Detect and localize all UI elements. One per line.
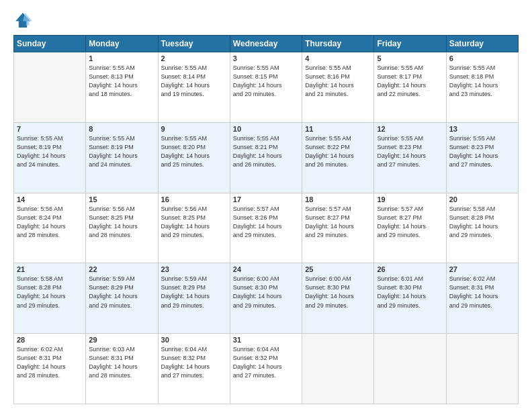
day-header-thursday: Thursday: [302, 36, 374, 52]
day-cell: 22Sunrise: 5:59 AMSunset: 8:29 PMDayligh…: [86, 263, 158, 334]
day-info: Sunrise: 6:02 AMSunset: 8:31 PMDaylight:…: [449, 275, 515, 310]
day-info: Sunrise: 5:57 AMSunset: 8:27 PMDaylight:…: [305, 205, 371, 240]
day-info: Sunrise: 5:55 AMSunset: 8:23 PMDaylight:…: [377, 134, 443, 169]
day-cell: 13Sunrise: 5:55 AMSunset: 8:23 PMDayligh…: [446, 122, 518, 193]
day-info: Sunrise: 6:03 AMSunset: 8:31 PMDaylight:…: [89, 345, 154, 380]
day-number: 17: [233, 195, 299, 203]
day-cell: 14Sunrise: 5:56 AMSunset: 8:24 PMDayligh…: [14, 193, 86, 263]
day-number: 5: [377, 54, 443, 62]
day-info: Sunrise: 5:58 AMSunset: 8:28 PMDaylight:…: [449, 205, 515, 240]
day-info: Sunrise: 5:55 AMSunset: 8:18 PMDaylight:…: [449, 64, 515, 99]
day-number: 19: [377, 195, 443, 203]
header: [13, 11, 519, 30]
day-cell: 28Sunrise: 6:02 AMSunset: 8:31 PMDayligh…: [14, 334, 86, 404]
day-info: Sunrise: 6:04 AMSunset: 8:32 PMDaylight:…: [233, 345, 299, 380]
day-cell: 16Sunrise: 5:56 AMSunset: 8:25 PMDayligh…: [158, 193, 230, 263]
day-info: Sunrise: 6:04 AMSunset: 8:32 PMDaylight:…: [161, 345, 227, 380]
day-header-monday: Monday: [86, 36, 158, 52]
day-cell: 4Sunrise: 5:55 AMSunset: 8:16 PMDaylight…: [302, 52, 374, 123]
day-cell: 26Sunrise: 6:01 AMSunset: 8:30 PMDayligh…: [374, 263, 446, 334]
logo-icon: [13, 11, 32, 30]
day-number: 24: [233, 265, 299, 273]
day-cell: 11Sunrise: 5:55 AMSunset: 8:22 PMDayligh…: [302, 122, 374, 193]
day-cell: 2Sunrise: 5:55 AMSunset: 8:14 PMDaylight…: [158, 52, 230, 123]
day-number: 9: [161, 125, 227, 133]
day-number: 29: [89, 336, 154, 344]
day-info: Sunrise: 5:59 AMSunset: 8:29 PMDaylight:…: [89, 275, 154, 310]
day-header-sunday: Sunday: [14, 36, 86, 52]
day-info: Sunrise: 5:55 AMSunset: 8:15 PMDaylight:…: [233, 64, 299, 99]
day-number: 16: [161, 195, 227, 203]
day-number: 21: [17, 265, 83, 273]
day-info: Sunrise: 5:55 AMSunset: 8:19 PMDaylight:…: [89, 134, 154, 169]
day-info: Sunrise: 5:57 AMSunset: 8:26 PMDaylight:…: [233, 205, 299, 240]
day-info: Sunrise: 6:00 AMSunset: 8:30 PMDaylight:…: [305, 275, 371, 310]
day-cell: 5Sunrise: 5:55 AMSunset: 8:17 PMDaylight…: [374, 52, 446, 123]
day-header-wednesday: Wednesday: [230, 36, 302, 52]
day-cell: 1Sunrise: 5:55 AMSunset: 8:13 PMDaylight…: [86, 52, 158, 123]
day-number: 10: [233, 125, 299, 133]
day-number: 31: [233, 336, 299, 344]
day-cell: 30Sunrise: 6:04 AMSunset: 8:32 PMDayligh…: [158, 334, 230, 404]
day-info: Sunrise: 5:55 AMSunset: 8:20 PMDaylight:…: [161, 134, 227, 169]
day-cell: 10Sunrise: 5:55 AMSunset: 8:21 PMDayligh…: [230, 122, 302, 193]
logo: [13, 11, 35, 30]
day-cell: 9Sunrise: 5:55 AMSunset: 8:20 PMDaylight…: [158, 122, 230, 193]
day-info: Sunrise: 5:56 AMSunset: 8:24 PMDaylight:…: [17, 205, 83, 240]
day-cell: [446, 334, 518, 404]
day-header-friday: Friday: [374, 36, 446, 52]
day-number: 25: [305, 265, 371, 273]
day-info: Sunrise: 6:02 AMSunset: 8:31 PMDaylight:…: [17, 345, 83, 380]
day-number: 7: [17, 125, 83, 133]
day-cell: [302, 334, 374, 404]
day-number: 20: [449, 195, 515, 203]
day-cell: 18Sunrise: 5:57 AMSunset: 8:27 PMDayligh…: [302, 193, 374, 263]
day-info: Sunrise: 5:59 AMSunset: 8:29 PMDaylight:…: [161, 275, 227, 310]
calendar-header-row: SundayMondayTuesdayWednesdayThursdayFrid…: [14, 36, 519, 52]
day-cell: 23Sunrise: 5:59 AMSunset: 8:29 PMDayligh…: [158, 263, 230, 334]
day-cell: 24Sunrise: 6:00 AMSunset: 8:30 PMDayligh…: [230, 263, 302, 334]
day-info: Sunrise: 5:56 AMSunset: 8:25 PMDaylight:…: [161, 205, 227, 240]
day-cell: 3Sunrise: 5:55 AMSunset: 8:15 PMDaylight…: [230, 52, 302, 123]
day-cell: 12Sunrise: 5:55 AMSunset: 8:23 PMDayligh…: [374, 122, 446, 193]
day-info: Sunrise: 6:01 AMSunset: 8:30 PMDaylight:…: [377, 275, 443, 310]
day-number: 1: [89, 54, 154, 62]
day-cell: [374, 334, 446, 404]
week-row-3: 21Sunrise: 5:58 AMSunset: 8:28 PMDayligh…: [14, 263, 519, 334]
day-cell: 31Sunrise: 6:04 AMSunset: 8:32 PMDayligh…: [230, 334, 302, 404]
day-info: Sunrise: 5:55 AMSunset: 8:17 PMDaylight:…: [377, 64, 443, 99]
calendar-table: SundayMondayTuesdayWednesdayThursdayFrid…: [13, 35, 519, 404]
week-row-4: 28Sunrise: 6:02 AMSunset: 8:31 PMDayligh…: [14, 334, 519, 404]
day-number: 18: [305, 195, 371, 203]
day-number: 26: [377, 265, 443, 273]
day-cell: 19Sunrise: 5:57 AMSunset: 8:27 PMDayligh…: [374, 193, 446, 263]
page: SundayMondayTuesdayWednesdayThursdayFrid…: [0, 0, 532, 411]
day-number: 23: [161, 265, 227, 273]
day-number: 22: [89, 265, 154, 273]
day-number: 3: [233, 54, 299, 62]
day-header-saturday: Saturday: [446, 36, 518, 52]
day-number: 12: [377, 125, 443, 133]
day-cell: 21Sunrise: 5:58 AMSunset: 8:28 PMDayligh…: [14, 263, 86, 334]
day-cell: 7Sunrise: 5:55 AMSunset: 8:19 PMDaylight…: [14, 122, 86, 193]
day-number: 6: [449, 54, 515, 62]
week-row-1: 7Sunrise: 5:55 AMSunset: 8:19 PMDaylight…: [14, 122, 519, 193]
day-number: 30: [161, 336, 227, 344]
day-info: Sunrise: 5:55 AMSunset: 8:21 PMDaylight:…: [233, 134, 299, 169]
day-info: Sunrise: 6:00 AMSunset: 8:30 PMDaylight:…: [233, 275, 299, 310]
day-info: Sunrise: 5:58 AMSunset: 8:28 PMDaylight:…: [17, 275, 83, 310]
day-info: Sunrise: 5:55 AMSunset: 8:22 PMDaylight:…: [305, 134, 371, 169]
week-row-2: 14Sunrise: 5:56 AMSunset: 8:24 PMDayligh…: [14, 193, 519, 263]
day-number: 2: [161, 54, 227, 62]
day-info: Sunrise: 5:55 AMSunset: 8:23 PMDaylight:…: [449, 134, 515, 169]
week-row-0: 1Sunrise: 5:55 AMSunset: 8:13 PMDaylight…: [14, 52, 519, 123]
day-info: Sunrise: 5:55 AMSunset: 8:13 PMDaylight:…: [89, 64, 154, 99]
day-cell: 20Sunrise: 5:58 AMSunset: 8:28 PMDayligh…: [446, 193, 518, 263]
day-number: 15: [89, 195, 154, 203]
day-number: 27: [449, 265, 515, 273]
day-info: Sunrise: 5:55 AMSunset: 8:14 PMDaylight:…: [161, 64, 227, 99]
day-number: 4: [305, 54, 371, 62]
day-number: 14: [17, 195, 83, 203]
day-info: Sunrise: 5:57 AMSunset: 8:27 PMDaylight:…: [377, 205, 443, 240]
day-cell: 17Sunrise: 5:57 AMSunset: 8:26 PMDayligh…: [230, 193, 302, 263]
